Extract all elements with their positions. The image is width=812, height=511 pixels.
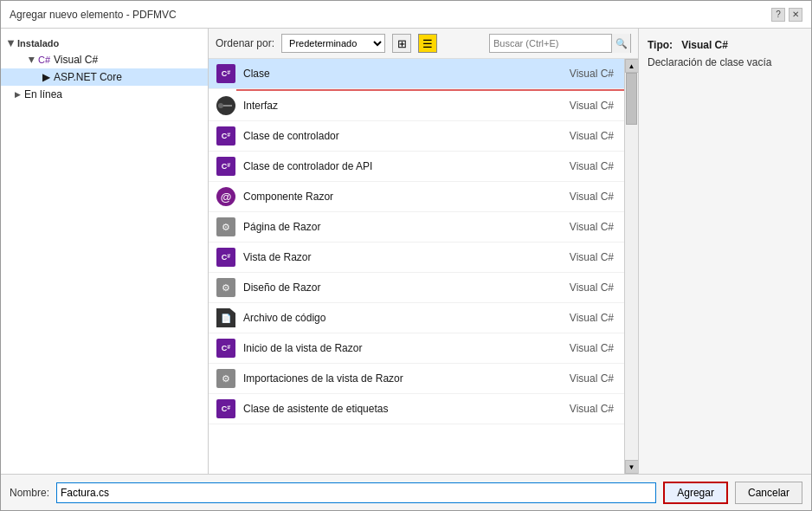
item-name: Clase de controlador: [243, 130, 563, 142]
main-panel: Ordenar por: Predeterminado ⊞ ☰ 🔍 C# Cla…: [209, 29, 638, 474]
title-bar: Agregar nuevo elemento - PDFMVC ? ✕: [1, 1, 811, 29]
list-item[interactable]: 📄 Archivo de código Visual C#: [209, 303, 624, 333]
sort-label: Ordenar por:: [216, 37, 274, 49]
right-panel-title: Tipo: Visual C#: [648, 39, 802, 51]
search-box: 🔍: [489, 34, 631, 53]
item-name: Vista de Razor: [243, 251, 563, 263]
sort-select[interactable]: Predeterminado: [281, 34, 385, 53]
content-area: ▶ Instalado ▶ C# Visual C# ▶ ASP.NET Cor…: [1, 29, 811, 474]
item-name: Inicio de la vista de Razor: [243, 342, 563, 354]
item-lang: Visual C#: [570, 191, 617, 203]
bottom-bar: Nombre: Agregar Cancelar: [1, 474, 811, 510]
item-name: Componente Razor: [243, 191, 563, 203]
installed-expand-icon: ▶: [7, 41, 16, 47]
item-name: Archivo de código: [243, 312, 563, 324]
item-list: C# Clase Visual C# Interfaz Visual C# C#…: [209, 59, 624, 474]
gear-icon: ⚙: [216, 278, 235, 297]
name-label: Nombre:: [10, 487, 49, 499]
cancel-button[interactable]: Cancelar: [735, 482, 802, 504]
visual-csharp-icon: C#: [38, 55, 50, 65]
item-lang: Visual C#: [570, 342, 617, 354]
file-icon: 📄: [216, 308, 235, 327]
gear-icon: ⚙: [216, 369, 235, 388]
item-list-container: C# Clase Visual C# Interfaz Visual C# C#…: [209, 59, 638, 474]
list-item[interactable]: C# Clase de asistente de etiquetas Visua…: [209, 394, 624, 424]
class-icon: C#: [216, 248, 235, 267]
title-controls: ? ✕: [771, 8, 802, 22]
item-lang: Visual C#: [570, 251, 617, 263]
item-name: Página de Razor: [243, 221, 563, 233]
item-name: Clase de asistente de etiquetas: [243, 403, 563, 415]
gear-icon: ⚙: [216, 217, 235, 236]
tree-item-aspnet-core[interactable]: ▶ ASP.NET Core: [1, 68, 208, 86]
list-item[interactable]: C# Vista de Razor Visual C#: [209, 243, 624, 273]
list-item[interactable]: @ Componente Razor Visual C#: [209, 182, 624, 212]
right-panel-description: Declaración de clase vacía: [648, 56, 802, 68]
item-lang: Visual C#: [570, 312, 617, 324]
toolbar: Ordenar por: Predeterminado ⊞ ☰ 🔍: [209, 29, 638, 59]
list-item[interactable]: C# Inicio de la vista de Razor Visual C#: [209, 333, 624, 364]
grid-view-button[interactable]: ⊞: [392, 34, 411, 53]
search-button[interactable]: 🔍: [611, 34, 630, 53]
class-icon: C#: [216, 157, 235, 176]
dialog-title: Agregar nuevo elemento - PDFMVC: [10, 9, 177, 21]
scroll-down-button[interactable]: ▼: [625, 460, 639, 474]
item-lang: Visual C#: [570, 68, 617, 80]
scrollbar-thumb[interactable]: [626, 73, 637, 125]
item-name: Importaciones de la vista de Razor: [243, 372, 563, 385]
tree-item-en-linea[interactable]: ▶ En línea: [1, 86, 208, 103]
item-lang: Visual C#: [570, 372, 617, 385]
item-lang: Visual C#: [570, 403, 617, 415]
list-item[interactable]: ⚙ Importaciones de la vista de Razor Vis…: [209, 364, 624, 394]
item-lang: Visual C#: [570, 281, 617, 294]
list-item[interactable]: C# Clase Visual C#: [209, 59, 624, 89]
item-name: Diseño de Razor: [243, 281, 563, 294]
class-icon: C#: [216, 126, 235, 146]
scroll-up-button[interactable]: ▲: [625, 59, 639, 73]
left-panel: ▶ Instalado ▶ C# Visual C# ▶ ASP.NET Cor…: [1, 29, 209, 474]
right-panel: Tipo: Visual C# Declaración de clase vac…: [638, 29, 811, 474]
item-name: Clase de controlador de API: [243, 160, 563, 172]
list-scrollbar: ▲ ▼: [624, 59, 638, 474]
tree-item-visual-csharp[interactable]: ▶ C# Visual C#: [1, 51, 208, 68]
item-lang: Visual C#: [570, 130, 617, 142]
filename-input[interactable]: [56, 482, 656, 503]
help-button[interactable]: ?: [771, 8, 785, 22]
scrollbar-track: [625, 73, 638, 460]
list-item[interactable]: ⚙ Diseño de Razor Visual C#: [209, 273, 624, 303]
close-button[interactable]: ✕: [789, 8, 802, 22]
class-icon: C#: [216, 64, 235, 83]
aspnet-indent-icon: ▶: [42, 71, 50, 83]
list-item[interactable]: Interfaz Visual C#: [209, 91, 624, 121]
list-item[interactable]: C# Clase de controlador Visual C#: [209, 121, 624, 152]
search-input[interactable]: [490, 35, 611, 52]
at-icon: @: [216, 187, 235, 206]
list-view-button[interactable]: ☰: [418, 34, 437, 53]
class-icon: C#: [216, 399, 235, 418]
add-button[interactable]: Agregar: [663, 482, 728, 504]
interface-icon: [216, 96, 235, 115]
item-name: Interfaz: [243, 100, 563, 112]
list-item[interactable]: ⚙ Página de Razor Visual C#: [209, 212, 624, 243]
item-lang: Visual C#: [570, 100, 617, 112]
class-icon: C#: [216, 339, 235, 358]
dialog: Agregar nuevo elemento - PDFMVC ? ✕ ▶ In…: [0, 0, 812, 511]
item-name: Clase: [243, 68, 563, 80]
section-installed: ▶ Instalado: [1, 36, 208, 51]
list-item[interactable]: C# Clase de controlador de API Visual C#: [209, 152, 624, 182]
item-lang: Visual C#: [570, 160, 617, 172]
item-lang: Visual C#: [570, 221, 617, 233]
visual-csharp-expand-icon: ▶: [28, 57, 36, 63]
en-linea-expand-icon: ▶: [15, 90, 21, 99]
